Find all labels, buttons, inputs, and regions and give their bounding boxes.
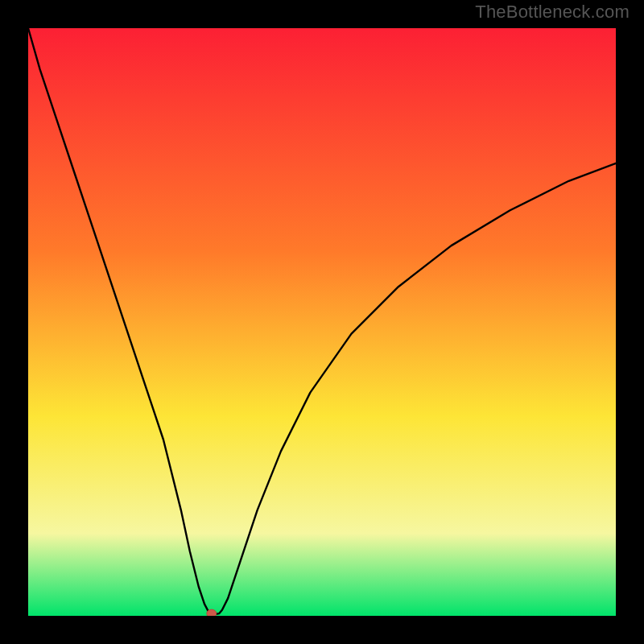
bottleneck-chart xyxy=(28,28,616,616)
watermark-text: TheBottleneck.com xyxy=(475,2,630,23)
optimum-marker xyxy=(207,609,217,616)
chart-frame: { "watermark": "TheBottleneck.com", "col… xyxy=(0,0,644,644)
gradient-background xyxy=(28,28,616,616)
plot-area xyxy=(28,28,616,616)
